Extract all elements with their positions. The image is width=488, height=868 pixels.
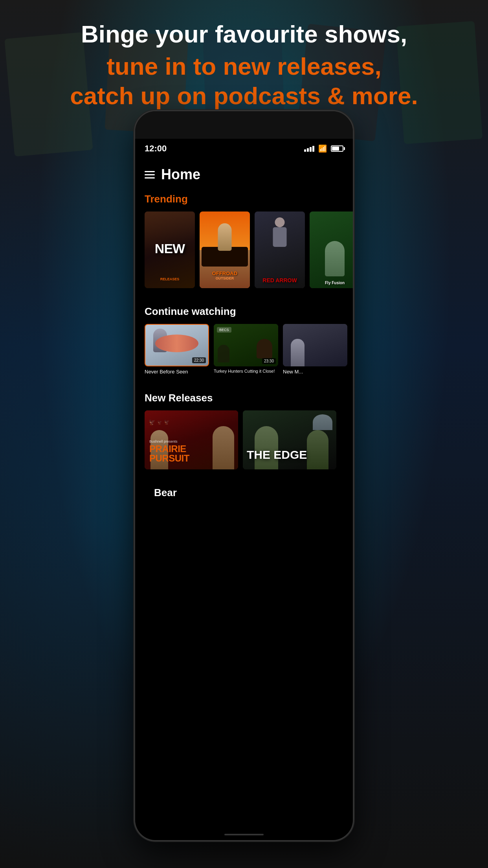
label-never-before-seen: Never Before Seen	[145, 366, 209, 375]
prairie-text: Bushnell presents PRAIRIEPURSUIT	[149, 440, 233, 463]
release-card-edge[interactable]: THE EDGE	[243, 410, 336, 469]
hero-line1: Binge your favourite shows,	[31, 20, 457, 49]
app-content: Home Trending NEW RELEASES	[135, 158, 353, 840]
hero-line2: tune in to new releases,	[31, 52, 457, 81]
watch-card-never-before-seen[interactable]: 22:30	[145, 324, 209, 366]
trending-card-offroad[interactable]: OFFROAD OUTSIDER	[200, 211, 250, 288]
trending-card-fly-fusion[interactable]: Fly Fusion	[310, 211, 353, 288]
hamburger-line-2	[145, 174, 155, 175]
duration-turkey: 23:30	[262, 358, 276, 364]
trending-card-red-arrow[interactable]: RED ARROW	[255, 211, 305, 288]
continue-watching-section: Continue watching 22:30 Never Before See…	[135, 299, 353, 378]
hamburger-menu-button[interactable]	[145, 171, 155, 178]
new-text: NEW	[155, 241, 185, 256]
trending-card-new-releases[interactable]: NEW RELEASES	[145, 211, 195, 288]
status-icons: 📶	[304, 144, 343, 153]
continue-watching-card-row: 22:30 Never Before Seen BECS 23:30	[135, 324, 353, 375]
new-releases-card-row: 🦅 🦅 🦅 Bushnell presents PRAIRIEPURSUIT	[135, 410, 353, 469]
edge-hunter-1	[255, 426, 278, 469]
watch-card-new-m[interactable]	[283, 324, 347, 366]
watch-card-wrapper-3: New M...	[283, 324, 347, 375]
prairie-bushnell: Bushnell presents	[149, 440, 233, 443]
fish-shape	[155, 335, 198, 352]
phone-device: 12:00 📶	[134, 110, 354, 841]
trending-section: Trending NEW RELEASES	[135, 187, 353, 291]
hero-section: Binge your favourite shows, tune in to n…	[0, 20, 488, 110]
watch-card-wrapper-1: 22:30 Never Before Seen	[145, 324, 209, 375]
status-bar: 12:00 📶	[135, 139, 353, 158]
trending-card-row: NEW RELEASES OFFROAD OUTSIDER	[135, 211, 353, 288]
signal-bar-2	[307, 148, 309, 152]
battery-fill	[332, 147, 339, 151]
bear-section: Bear	[135, 480, 353, 499]
power-button	[353, 210, 354, 241]
fly-fusion-person	[325, 241, 345, 276]
bear-title: Bear	[145, 487, 343, 499]
signal-bar-3	[310, 147, 312, 152]
trending-title: Trending	[135, 193, 353, 205]
continue-watching-title: Continue watching	[135, 305, 353, 318]
label-new-m: New M...	[283, 366, 347, 375]
signal-icon	[304, 146, 314, 152]
battery-icon	[331, 145, 343, 152]
watch-card-turkey[interactable]: BECS 23:30	[214, 324, 278, 366]
phone-top-bar	[135, 111, 353, 139]
new-releases-subtitle: RELEASES	[145, 277, 195, 281]
label-turkey: Turkey Hunters Cutting it Close!	[214, 366, 278, 373]
turkey-bird	[257, 339, 272, 359]
duration-never-before-seen: 22:30	[192, 357, 206, 363]
prairie-title: PRAIRIEPURSUIT	[149, 444, 233, 463]
becs-badge: BECS	[217, 327, 231, 333]
status-time: 12:00	[145, 143, 167, 154]
watch-card-wrapper-2: BECS 23:30 Turkey Hunters Cutting it Clo…	[214, 324, 278, 375]
hamburger-line-3	[145, 177, 155, 178]
new-releases-section: New Releases 🦅 🦅 🦅	[135, 386, 353, 473]
signal-bar-4	[312, 146, 314, 152]
home-bar	[224, 834, 264, 835]
offroad-text: OFFROAD OUTSIDER	[200, 270, 250, 280]
wifi-icon: 📶	[318, 144, 327, 153]
hero-line3: catch up on podcasts & more.	[31, 81, 457, 110]
app-header: Home	[135, 158, 353, 187]
new-releases-title: New Releases	[135, 392, 353, 404]
edge-title: THE EDGE	[247, 448, 332, 462]
signal-bar-1	[304, 149, 306, 152]
app-home-title: Home	[161, 166, 200, 183]
hamburger-line-1	[145, 171, 155, 172]
release-card-prairie[interactable]: 🦅 🦅 🦅 Bushnell presents PRAIRIEPURSUIT	[145, 410, 238, 469]
phone-shell: 12:00 📶	[134, 110, 354, 841]
